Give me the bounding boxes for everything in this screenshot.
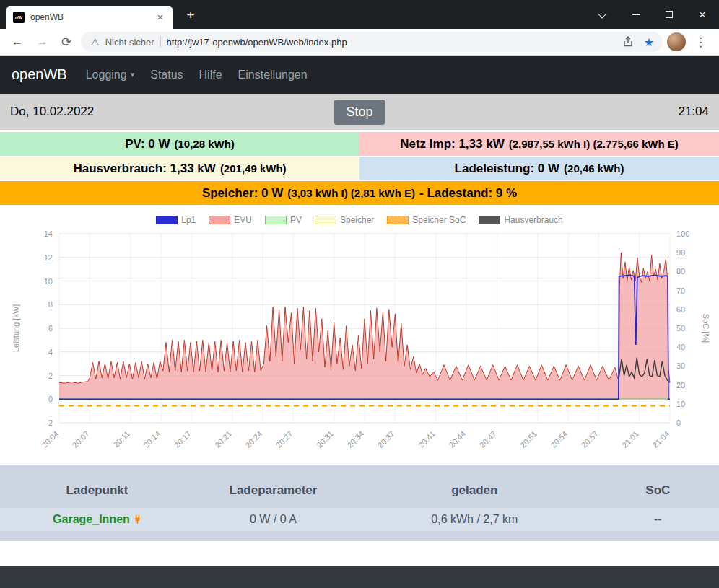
legend-swatch-icon: [315, 216, 336, 224]
svg-text:20:21: 20:21: [213, 429, 233, 449]
chargepoint-params: 0 W / 0 A: [194, 513, 352, 526]
col-ladeparameter: Ladeparameter: [194, 483, 352, 498]
svg-text:20:44: 20:44: [447, 429, 467, 449]
svg-text:20:54: 20:54: [549, 429, 569, 449]
new-tab-button[interactable]: +: [180, 5, 201, 25]
svg-text:20:34: 20:34: [345, 429, 365, 449]
chargepoint-name[interactable]: Garage_Innen: [0, 513, 194, 526]
svg-text:20:24: 20:24: [243, 429, 263, 449]
nav-item-logging[interactable]: Logging ▾: [86, 69, 134, 82]
current-time: 21:04: [678, 105, 709, 119]
legend-item-pv[interactable]: PV: [265, 215, 302, 225]
bookmark-star-icon[interactable]: ★: [640, 35, 658, 49]
legend-swatch-icon: [265, 216, 287, 224]
svg-text:20:04: 20:04: [40, 429, 60, 449]
legend-label: PV: [290, 215, 302, 225]
legend-label: EVU: [234, 215, 252, 225]
svg-text:20:17: 20:17: [173, 429, 193, 449]
status-date-bar: Do, 10.02.2022 Stop 21:04: [0, 94, 719, 130]
legend-label: Speicher: [340, 215, 374, 225]
nav-item-hilfe[interactable]: Hilfe: [199, 69, 222, 82]
pv-value: PV: 0 W: [125, 137, 170, 152]
legend-item-lp1[interactable]: Lp1: [156, 215, 196, 225]
charge-energy: (20,46 kWh): [564, 162, 624, 175]
chart-section: Lp1EVUPVSpeicherSpeicher SoCHausverbrauc…: [0, 205, 719, 465]
share-icon[interactable]: [622, 36, 634, 48]
svg-text:2: 2: [48, 372, 53, 380]
brand-openwb[interactable]: openWB: [12, 66, 67, 83]
battery-soc: - Ladestand: 9 %: [419, 186, 517, 201]
svg-text:30: 30: [676, 361, 685, 370]
svg-text:20:07: 20:07: [71, 429, 91, 449]
browser-address-bar: ← → ⟳ ⚠ Nicht sicher http://jw17-openwb/…: [0, 29, 719, 56]
legend-item-hausverbrauch[interactable]: Hausverbrauch: [479, 215, 562, 225]
legend-swatch-icon: [387, 216, 409, 224]
browser-tab[interactable]: oW openWB ×: [6, 6, 173, 29]
svg-text:8: 8: [48, 300, 53, 309]
tab-close-icon[interactable]: ×: [154, 11, 166, 24]
nav-item-einstellungen[interactable]: Einstellungen: [238, 69, 308, 82]
svg-text:14: 14: [44, 229, 53, 238]
table-header-row: Ladepunkt Ladeparameter geladen SoC: [0, 483, 719, 508]
svg-text:50: 50: [676, 324, 685, 333]
svg-text:20:14: 20:14: [141, 429, 162, 449]
svg-text:60: 60: [676, 305, 685, 314]
nav-item-status[interactable]: Status: [150, 69, 183, 82]
legend-label: Hausverbrauch: [504, 215, 562, 225]
svg-text:4: 4: [48, 348, 53, 356]
chargepoint-charged: 0,6 kWh / 2,7 km: [352, 513, 597, 526]
stop-button[interactable]: Stop: [334, 100, 385, 125]
power-soc-chart: 14121086420-2100908070605040302010020:04…: [7, 228, 712, 466]
profile-avatar[interactable]: [667, 32, 686, 51]
svg-text:80: 80: [676, 267, 685, 276]
col-soc: SoC: [597, 483, 719, 498]
battery-tile: Speicher: 0 W (3,03 kWh I) (2,81 kWh E) …: [0, 181, 719, 205]
col-ladepunkt: Ladepunkt: [0, 483, 194, 498]
maximize-button[interactable]: [653, 0, 686, 29]
reload-icon[interactable]: ⟳: [56, 32, 77, 52]
url-bar[interactable]: ⚠ Nicht sicher http://jw17-openwb/openWB…: [81, 32, 663, 52]
minimize-button[interactable]: [619, 0, 653, 29]
grid-value: Netz Imp: 1,33 kW: [400, 137, 505, 152]
chargepoint-label: Garage_Innen: [53, 513, 130, 526]
svg-text:20:11: 20:11: [112, 429, 131, 449]
legend-swatch-icon: [479, 216, 500, 224]
svg-text:10: 10: [44, 277, 53, 286]
charge-power-tile: Ladeleistung: 0 W (20,46 kWh): [360, 157, 719, 180]
pv-tile: PV: 0 W (10,28 kWh): [0, 132, 360, 156]
charge-value: Ladeleistung: 0 W: [455, 162, 559, 176]
browser-menu-icon[interactable]: ⋮: [690, 35, 712, 50]
svg-text:20: 20: [676, 381, 685, 390]
legend-swatch-icon: [209, 216, 230, 224]
battery-energy: (3,03 kWh I) (2,81 kWh E): [287, 187, 415, 199]
svg-text:20:27: 20:27: [274, 429, 295, 449]
grid-energy: (2.987,55 kWh I) (2.775,66 kWh E): [509, 138, 679, 150]
house-energy: (201,49 kWh): [220, 162, 287, 175]
not-secure-warning-icon: ⚠: [91, 37, 100, 48]
svg-text:100: 100: [676, 229, 689, 238]
app-navbar: openWB Logging ▾ Status Hilfe Einstellun…: [0, 56, 719, 94]
svg-text:12: 12: [44, 253, 53, 262]
svg-text:20:47: 20:47: [478, 429, 498, 449]
dropdown-caret-icon: ▾: [131, 70, 135, 79]
chart-legend: Lp1EVUPVSpeicherSpeicher SoCHausverbrauc…: [0, 214, 719, 227]
legend-item-speicher[interactable]: Speicher: [315, 215, 374, 225]
chargepoint-table: Ladepunkt Ladeparameter geladen SoC Gara…: [0, 465, 719, 541]
plug-icon: [134, 514, 141, 525]
svg-text:90: 90: [676, 248, 685, 257]
svg-text:20:51: 20:51: [518, 429, 539, 449]
close-window-button[interactable]: ✕: [686, 0, 719, 29]
grid-tile: Netz Imp: 1,33 kW (2.987,55 kWh I) (2.77…: [360, 132, 719, 156]
tab-title: openWB: [30, 12, 149, 22]
window-controls: ✕: [586, 0, 719, 29]
forward-icon[interactable]: →: [32, 32, 52, 52]
back-icon[interactable]: ←: [7, 32, 27, 52]
svg-text:20:37: 20:37: [376, 429, 396, 449]
legend-item-speicher-soc[interactable]: Speicher SoC: [387, 215, 466, 225]
table-row: Garage_Innen 0 W / 0 A 0,6 kWh / 2,7 km …: [0, 508, 719, 531]
browser-tab-strip: oW openWB × + ✕: [0, 0, 719, 29]
svg-text:SoC [%]: SoC [%]: [702, 314, 710, 343]
battery-value: Speicher: 0 W: [202, 186, 283, 201]
legend-item-evu[interactable]: EVU: [209, 215, 252, 225]
tab-search-chevron-icon[interactable]: [586, 0, 619, 29]
